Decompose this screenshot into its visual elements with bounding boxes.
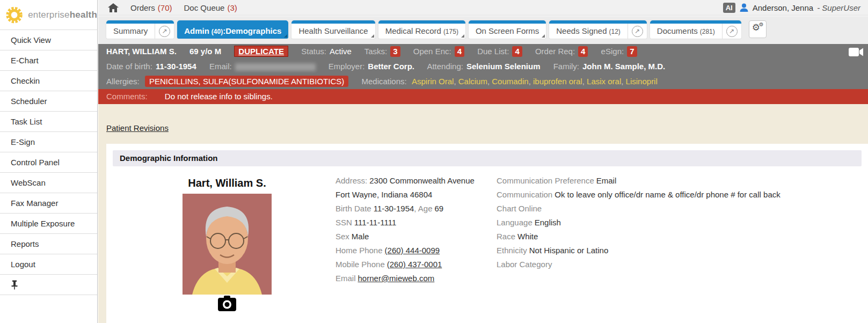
popout-arrow-icon: ↗ [159,26,170,37]
update-photo-button[interactable] [217,296,237,314]
tasks-badge[interactable]: 3 [390,46,400,57]
sidebar-item-reports[interactable]: Reports [0,234,97,254]
sex-label: Sex [335,232,349,241]
status-value: Active [330,47,352,56]
patient-age-sex: 69 y/o M [189,47,221,56]
medication-link[interactable]: Coumadin [487,77,529,86]
tab-summary[interactable]: Summary ↗ [106,20,174,39]
row-label: Labor Category [497,260,552,269]
tab-health-surveillance[interactable]: Health Surveillance [291,20,375,39]
patient-revisions-link[interactable]: Patient Revisions [106,123,169,133]
tab-on-screen-forms[interactable]: On Screen Forms [469,20,546,39]
open-enc-badge[interactable]: 4 [455,46,464,57]
address-line2: Fort Wayne, Indiana 46804 [335,190,432,199]
main-content: Patient Revisions Demographic Informatio… [98,104,868,323]
family-label: Family: [553,62,579,71]
sidebar-item-control-panel[interactable]: Control Panel [0,152,97,173]
allergies-value[interactable]: PENICILLINS, SULFA(SULFONAMIDE ANTIBIOTI… [145,76,348,87]
email-link[interactable]: horner@mieweb.com [358,274,435,283]
tab-medical-record-count: (175) [443,28,458,35]
home-phone-label: Home Phone [335,246,383,255]
home-button[interactable] [108,3,119,12]
tab-documents-popout[interactable]: ↗ [722,24,741,39]
language-row: LanguageEnglish [497,216,840,230]
sex-value: Male [352,232,369,241]
labor-category-row: Labor Category [497,258,840,271]
doc-queue-count[interactable]: (3) [227,3,237,12]
sidebar-item-scheduler[interactable]: Scheduler [0,91,97,112]
brand-logo: enterprisehealth [0,0,97,30]
status-label: Status: [301,47,326,56]
patient-banner: HART, WILLIAM S. 69 y/o M DUPLICATE Stat… [98,44,868,89]
tab-settings-button[interactable]: ⚙ ⚙ [749,20,767,38]
section-title: Demographic Information [113,150,862,166]
sidebar-item-fax-manager[interactable]: Fax Manager [0,193,97,214]
tab-documents-label: Documents [657,26,698,35]
brand-name-light: enterprise [28,10,70,20]
sidebar-item-e-sign[interactable]: E-Sign [0,132,97,152]
mobile-phone-link[interactable]: (260) 437-0001 [387,260,442,269]
medication-link[interactable]: Aspirin Oral [412,77,454,86]
medication-link[interactable]: Lasix oral [582,77,622,86]
sidebar-item-webscan[interactable]: WebScan [0,173,97,193]
tab-on-screen-forms-label: On Screen Forms [476,26,539,35]
sidebar-item-multiple-exposure[interactable]: Multiple Exposure [0,214,97,234]
medication-link[interactable]: Calcium [454,77,487,86]
tab-needs-signed-count: (12) [609,28,621,35]
race-row: RaceWhite [497,230,840,244]
demographics-left-details: Address:2300 Commonwealth Avenue Fort Wa… [335,174,497,285]
demographics-card: Demographic Information Hart, William S. [106,144,868,323]
tab-needs-signed[interactable]: Needs Signed(12) ↗ [549,20,647,39]
employer-value: Better Corp. [368,62,414,71]
popout-arrow-icon: ↗ [726,26,738,37]
user-role: - SuperUser [817,3,860,12]
address-line1: 2300 Commonwealth Avenue [369,176,475,185]
employer-label: Employer: [329,62,365,71]
due-list-label: Due List: [477,47,509,56]
medication-link[interactable]: ibuprofen oral [529,77,582,86]
user-name[interactable]: Anderson, Jenna [753,3,813,12]
doc-queue-link[interactable]: Doc Queue [184,3,225,12]
comments-label: Comments: [106,92,148,101]
communication-row: CommunicationOk to leave only office/dr … [497,188,840,202]
sidebar-item-checkin[interactable]: Checkin [0,71,97,91]
tab-documents[interactable]: Documents(281) ↗ [650,20,741,39]
order-req-badge[interactable]: 4 [578,46,588,57]
family-value: John M. Sample, M.D. [582,62,665,71]
tab-summary-popout[interactable]: ↗ [155,24,174,39]
birth-label: Birth Date [335,204,371,213]
tab-medical-record[interactable]: Medical Record(175) [378,20,465,39]
due-list-badge[interactable]: 4 [512,46,522,57]
tab-admin-demographics[interactable]: Admin(40):Demographics [177,20,288,39]
tab-needs-signed-popout[interactable]: ↗ [628,24,647,39]
sidebar-item-logout[interactable]: Logout [0,254,97,275]
patient-photo-column: Hart, William S. [171,177,283,314]
ssn-row: SSN111-11-1111 [335,216,497,230]
sidebar-item-quick-view[interactable]: Quick View [0,30,97,50]
birth-row: Birth Date11-30-1954, Age69 [335,202,497,216]
orders-count[interactable]: (70) [158,3,172,12]
home-phone-link[interactable]: (260) 444-0099 [385,246,440,255]
age-label: , Age [414,204,432,213]
open-enc-label: Open Enc: [413,47,451,56]
comments-value: Do not release info to siblings. [165,92,273,101]
duplicate-flag[interactable]: DUPLICATE [234,46,288,57]
chart-tab-bar: Summary ↗ Admin(40):Demographics Health … [98,16,868,44]
home-icon [108,3,119,12]
sidebar-item-e-chart[interactable]: E-Chart [0,50,97,71]
video-camera-icon [849,47,864,57]
chart-online-row: Chart Online [497,202,840,216]
medications-label: Medications: [361,77,406,86]
address-label: Address: [335,176,367,185]
row-label: Communication [497,190,552,199]
ai-badge[interactable]: AI [723,3,735,13]
tasks-label: Tasks: [364,47,388,56]
patient-banner-row-3: Allergies: PENICILLINS, SULFA(SULFONAMID… [98,74,868,89]
medication-link[interactable]: Lisinopril [621,77,658,86]
sidebar-pin-toggle[interactable] [0,275,97,295]
tab-admin-label: Admin [184,26,209,35]
row-value: Email [596,176,617,185]
orders-link[interactable]: Orders [130,3,155,12]
sidebar-item-task-list[interactable]: Task List [0,112,97,132]
esign-badge[interactable]: 7 [627,46,637,57]
